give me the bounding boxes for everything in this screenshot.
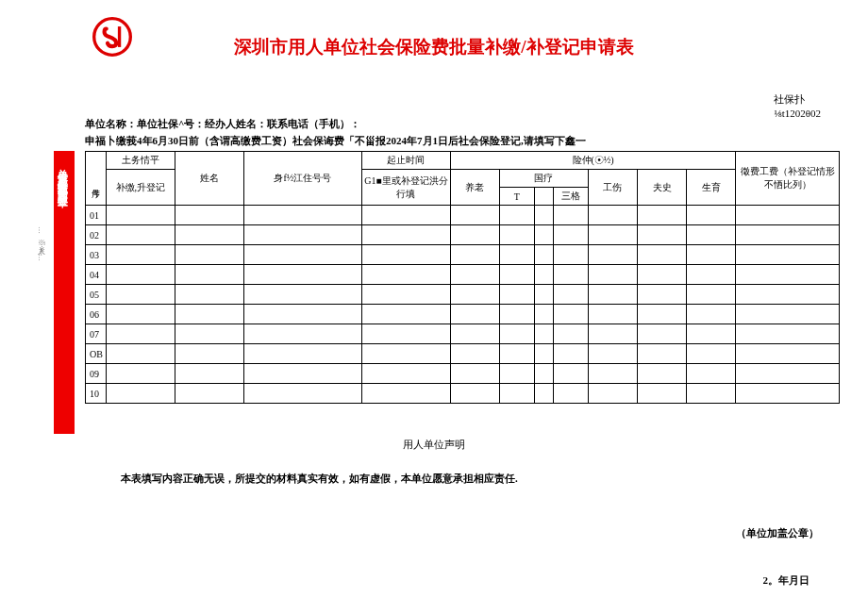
- col-yiliao: 国疗: [500, 170, 589, 188]
- table-row: 09: [86, 364, 840, 384]
- table-row: 01: [86, 206, 840, 225]
- code-line2: ⅛t1202θ02: [774, 107, 821, 121]
- col-yl-sub1: T: [500, 188, 535, 206]
- col-wage: 徵费工费（补登记情形不恓比列）: [736, 152, 840, 206]
- main-table: 序号 土务情平 姓名 身f½江住号号 起止时间 险仲(☉½) 徵费工费（补登记情…: [85, 151, 840, 404]
- col-name: 姓名: [175, 152, 243, 206]
- table-row: 02: [86, 225, 840, 245]
- red-sidebar: 单位信息及业务申谪部分声明及签翠: [54, 151, 75, 434]
- col-seq: 序号: [86, 152, 107, 206]
- col-shi: 夫史: [638, 170, 687, 206]
- document-title: 深圳市用人单位社会保险费批量补缴/补登记申请表: [0, 35, 868, 59]
- sidebar-label: 单位信息及业务申谪部分声明及签翠: [56, 160, 70, 191]
- code-line1: 社保扑: [774, 92, 821, 107]
- table-header-row1: 序号 土务情平 姓名 身f½江住号号 起止时间 险仲(☉½) 徵费工费（补登记情…: [86, 152, 840, 170]
- doc-code: 社保扑 ⅛t1202θ02: [774, 92, 821, 122]
- table-row: OB: [86, 344, 840, 364]
- date-line: 2。年月日: [763, 573, 810, 588]
- col-yl-blank: [534, 188, 554, 206]
- col-yl-sub2: 三格: [554, 188, 589, 206]
- table-row: 03: [86, 245, 840, 265]
- col-insurance: 险仲(☉½): [450, 152, 735, 170]
- declaration-title: 用人单位声明: [0, 438, 868, 452]
- sidebar-left-text: …※人丨¯※…: [35, 226, 45, 261]
- col-gong: 工伤: [588, 170, 637, 206]
- unit-info: 单位名称：单位社保^号：经办人姓名：联系电话（手机）：: [85, 117, 360, 131]
- table-row: 06: [86, 305, 840, 324]
- table-row: 05: [86, 285, 840, 305]
- col-yang: 养老: [450, 170, 499, 206]
- declaration-text: 本表填写内容正确无误，所提交的材料真实有效，如有虚假，本单位愿意承担相应责任.: [121, 472, 518, 486]
- col-time-bottom: G1■里或补登记洪分行填: [362, 170, 451, 206]
- col-time-top: 起止时间: [362, 152, 451, 170]
- table-row: 10: [86, 384, 840, 404]
- table-row: 04: [86, 265, 840, 285]
- col-type-bottom: 补缴,升登记: [106, 170, 175, 206]
- application-note: 申福卜缴莪4年6月30日前（含谓高缴费工资）社会保诲费「不甾报2024年7月1日…: [85, 134, 586, 148]
- col-id: 身f½江住号号: [243, 152, 361, 206]
- col-sheng: 生育: [687, 170, 736, 206]
- col-type-top: 土务情平: [106, 152, 175, 170]
- stamp-note: （单位加盖公章）: [736, 526, 819, 540]
- table-row: 07: [86, 324, 840, 344]
